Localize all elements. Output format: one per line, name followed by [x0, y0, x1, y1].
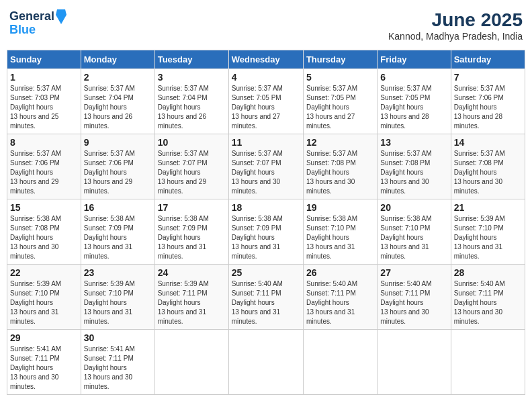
table-row	[228, 330, 303, 395]
logo-text: General	[9, 10, 54, 24]
day-number: 10	[158, 137, 226, 148]
day-info: Sunrise: 5:37 AM Sunset: 7:08 PM Dayligh…	[380, 149, 447, 196]
table-row: 10 Sunrise: 5:37 AM Sunset: 7:07 PM Dayl…	[154, 134, 228, 199]
day-info: Sunrise: 5:39 AM Sunset: 7:10 PM Dayligh…	[454, 214, 522, 261]
day-info: Sunrise: 5:38 AM Sunset: 7:09 PM Dayligh…	[84, 214, 152, 261]
col-friday: Friday	[378, 50, 451, 69]
day-number: 13	[380, 137, 447, 148]
day-number: 21	[454, 202, 522, 213]
table-row: 16 Sunrise: 5:38 AM Sunset: 7:09 PM Dayl…	[81, 199, 154, 265]
day-info: Sunrise: 5:37 AM Sunset: 7:06 PM Dayligh…	[454, 84, 522, 131]
logo: General Blue	[9, 9, 66, 37]
calendar-week-row: 22 Sunrise: 5:39 AM Sunset: 7:10 PM Dayl…	[7, 265, 525, 330]
page-title: June 2025	[388, 9, 523, 31]
day-info: Sunrise: 5:39 AM Sunset: 7:10 PM Dayligh…	[10, 279, 78, 326]
day-number: 17	[158, 202, 226, 213]
calendar-week-row: 8 Sunrise: 5:37 AM Sunset: 7:06 PM Dayli…	[7, 134, 525, 199]
table-row	[303, 330, 377, 395]
day-info: Sunrise: 5:41 AM Sunset: 7:11 PM Dayligh…	[84, 345, 152, 392]
col-saturday: Saturday	[451, 50, 525, 69]
logo-icon	[56, 9, 66, 24]
table-row: 14 Sunrise: 5:37 AM Sunset: 7:08 PM Dayl…	[451, 134, 525, 199]
table-row: 25 Sunrise: 5:40 AM Sunset: 7:11 PM Dayl…	[228, 265, 303, 330]
day-number: 15	[10, 202, 78, 213]
day-number: 9	[84, 137, 152, 148]
day-info: Sunrise: 5:37 AM Sunset: 7:06 PM Dayligh…	[84, 149, 152, 196]
table-row: 13 Sunrise: 5:37 AM Sunset: 7:08 PM Dayl…	[378, 134, 451, 199]
table-row: 17 Sunrise: 5:38 AM Sunset: 7:09 PM Dayl…	[154, 199, 228, 265]
day-number: 4	[232, 72, 300, 83]
calendar-week-row: 15 Sunrise: 5:38 AM Sunset: 7:08 PM Dayl…	[7, 199, 525, 265]
day-info: Sunrise: 5:39 AM Sunset: 7:10 PM Dayligh…	[84, 279, 152, 326]
day-number: 28	[454, 267, 522, 278]
page-subtitle: Kannod, Madhya Pradesh, India	[388, 31, 523, 42]
day-number: 19	[306, 202, 374, 213]
table-row: 9 Sunrise: 5:37 AM Sunset: 7:06 PM Dayli…	[81, 134, 154, 199]
table-row: 2 Sunrise: 5:37 AM Sunset: 7:04 PM Dayli…	[81, 69, 154, 134]
table-row	[378, 330, 451, 395]
svg-marker-0	[56, 9, 66, 24]
day-number: 27	[380, 267, 447, 278]
day-number: 8	[10, 137, 78, 148]
day-number: 30	[84, 332, 152, 343]
day-info: Sunrise: 5:41 AM Sunset: 7:11 PM Dayligh…	[10, 345, 78, 392]
day-number: 24	[158, 267, 226, 278]
table-row: 6 Sunrise: 5:37 AM Sunset: 7:05 PM Dayli…	[378, 69, 451, 134]
day-number: 22	[10, 267, 78, 278]
day-number: 23	[84, 267, 152, 278]
table-row: 20 Sunrise: 5:38 AM Sunset: 7:10 PM Dayl…	[378, 199, 451, 265]
table-row: 30 Sunrise: 5:41 AM Sunset: 7:11 PM Dayl…	[81, 330, 154, 395]
table-row: 24 Sunrise: 5:39 AM Sunset: 7:11 PM Dayl…	[154, 265, 228, 330]
calendar-header-row: Sunday Monday Tuesday Wednesday Thursday…	[7, 50, 525, 69]
table-row: 21 Sunrise: 5:39 AM Sunset: 7:10 PM Dayl…	[451, 199, 525, 265]
day-info: Sunrise: 5:38 AM Sunset: 7:09 PM Dayligh…	[158, 214, 226, 261]
table-row: 11 Sunrise: 5:37 AM Sunset: 7:07 PM Dayl…	[228, 134, 303, 199]
table-row: 4 Sunrise: 5:37 AM Sunset: 7:05 PM Dayli…	[228, 69, 303, 134]
day-info: Sunrise: 5:37 AM Sunset: 7:04 PM Dayligh…	[84, 84, 152, 131]
col-monday: Monday	[81, 50, 154, 69]
day-info: Sunrise: 5:37 AM Sunset: 7:05 PM Dayligh…	[232, 84, 300, 131]
table-row: 15 Sunrise: 5:38 AM Sunset: 7:08 PM Dayl…	[7, 199, 81, 265]
day-info: Sunrise: 5:40 AM Sunset: 7:11 PM Dayligh…	[306, 279, 374, 326]
table-row: 5 Sunrise: 5:37 AM Sunset: 7:05 PM Dayli…	[303, 69, 377, 134]
day-info: Sunrise: 5:37 AM Sunset: 7:05 PM Dayligh…	[380, 84, 447, 131]
calendar-table: Sunday Monday Tuesday Wednesday Thursday…	[7, 50, 525, 395]
col-sunday: Sunday	[7, 50, 81, 69]
table-row: 8 Sunrise: 5:37 AM Sunset: 7:06 PM Dayli…	[7, 134, 81, 199]
day-number: 16	[84, 202, 152, 213]
day-info: Sunrise: 5:40 AM Sunset: 7:11 PM Dayligh…	[454, 279, 522, 326]
day-info: Sunrise: 5:37 AM Sunset: 7:07 PM Dayligh…	[232, 149, 300, 196]
calendar-week-row: 1 Sunrise: 5:37 AM Sunset: 7:03 PM Dayli…	[7, 69, 525, 134]
table-row: 23 Sunrise: 5:39 AM Sunset: 7:10 PM Dayl…	[81, 265, 154, 330]
day-info: Sunrise: 5:37 AM Sunset: 7:06 PM Dayligh…	[10, 149, 78, 196]
day-info: Sunrise: 5:40 AM Sunset: 7:11 PM Dayligh…	[380, 279, 447, 326]
day-info: Sunrise: 5:37 AM Sunset: 7:07 PM Dayligh…	[158, 149, 226, 196]
day-info: Sunrise: 5:37 AM Sunset: 7:05 PM Dayligh…	[306, 84, 374, 131]
table-row: 29 Sunrise: 5:41 AM Sunset: 7:11 PM Dayl…	[7, 330, 81, 395]
day-info: Sunrise: 5:38 AM Sunset: 7:10 PM Dayligh…	[306, 214, 374, 261]
table-row	[154, 330, 228, 395]
table-row: 28 Sunrise: 5:40 AM Sunset: 7:11 PM Dayl…	[451, 265, 525, 330]
logo-subtext: Blue	[9, 23, 66, 37]
day-info: Sunrise: 5:37 AM Sunset: 7:04 PM Dayligh…	[158, 84, 226, 131]
day-number: 11	[232, 137, 300, 148]
table-row: 26 Sunrise: 5:40 AM Sunset: 7:11 PM Dayl…	[303, 265, 377, 330]
day-number: 7	[454, 72, 522, 83]
day-info: Sunrise: 5:37 AM Sunset: 7:03 PM Dayligh…	[10, 84, 78, 131]
day-info: Sunrise: 5:37 AM Sunset: 7:08 PM Dayligh…	[306, 149, 374, 196]
day-info: Sunrise: 5:38 AM Sunset: 7:08 PM Dayligh…	[10, 214, 78, 261]
col-tuesday: Tuesday	[154, 50, 228, 69]
table-row: 27 Sunrise: 5:40 AM Sunset: 7:11 PM Dayl…	[378, 265, 451, 330]
table-row: 22 Sunrise: 5:39 AM Sunset: 7:10 PM Dayl…	[7, 265, 81, 330]
col-wednesday: Wednesday	[228, 50, 303, 69]
day-number: 18	[232, 202, 300, 213]
day-number: 6	[380, 72, 447, 83]
col-thursday: Thursday	[303, 50, 377, 69]
title-area: June 2025 Kannod, Madhya Pradesh, India	[388, 9, 523, 42]
day-info: Sunrise: 5:40 AM Sunset: 7:11 PM Dayligh…	[232, 279, 300, 326]
day-info: Sunrise: 5:39 AM Sunset: 7:11 PM Dayligh…	[158, 279, 226, 326]
table-row: 18 Sunrise: 5:38 AM Sunset: 7:09 PM Dayl…	[228, 199, 303, 265]
day-info: Sunrise: 5:38 AM Sunset: 7:10 PM Dayligh…	[380, 214, 447, 261]
table-row: 3 Sunrise: 5:37 AM Sunset: 7:04 PM Dayli…	[154, 69, 228, 134]
day-number: 26	[306, 267, 374, 278]
